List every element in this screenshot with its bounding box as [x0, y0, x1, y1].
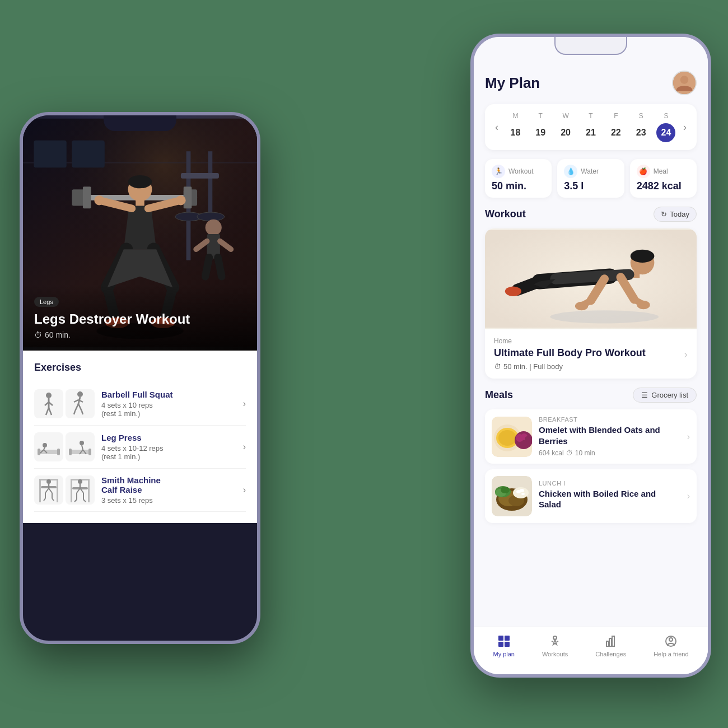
svg-rect-42	[57, 449, 60, 455]
nav-challenges[interactable]: Challenges	[595, 633, 626, 657]
svg-point-58	[46, 479, 51, 484]
svg-line-65	[52, 498, 54, 501]
stat-card-workout[interactable]: 🏃 Workout 50 min.	[485, 159, 552, 198]
legs-badge: Legs	[34, 297, 59, 307]
svg-line-30	[46, 408, 49, 415]
workout-location: Home	[494, 337, 646, 345]
challenges-icon	[603, 633, 619, 649]
help-friend-icon	[663, 633, 679, 649]
stat-card-water[interactable]: 💧 Water 3.5 l	[557, 159, 624, 198]
workout-name: Ultimate Full Body Pro Workout	[494, 347, 646, 359]
nav-my-plan[interactable]: My plan	[493, 633, 515, 657]
svg-line-77	[83, 500, 86, 502]
calendar-prev[interactable]: ‹	[491, 122, 503, 133]
exercise-sets: 4 sets x 10-12 reps(rest 1 min.)	[101, 444, 243, 461]
meal-meta-breakfast: 604 kcal ⏱ 10 min	[539, 449, 680, 457]
svg-point-43	[43, 443, 47, 447]
meal-arrow[interactable]: ›	[687, 491, 690, 501]
exercise-info: Smith MachineCalf Raise 3 sets x 15 reps	[101, 475, 243, 505]
phone-left: Legs Legs Destroyer Workout ⏱ 60 min. Ex…	[20, 112, 260, 644]
plan-header: My Plan	[485, 65, 697, 95]
svg-rect-111	[505, 642, 510, 647]
meals-section-title: Meals	[485, 389, 513, 401]
svg-point-104	[513, 487, 529, 498]
svg-rect-108	[498, 636, 503, 641]
svg-rect-110	[498, 642, 503, 647]
meal-arrow[interactable]: ›	[687, 432, 690, 442]
nav-help-friend[interactable]: Help a friend	[654, 633, 688, 657]
exercise-arrow[interactable]: ›	[243, 399, 246, 409]
exercise-images	[34, 432, 95, 461]
svg-rect-48	[69, 449, 72, 455]
stats-row: 🏃 Workout 50 min. 💧 Water 3.5 l 🍎 Meal 2…	[485, 159, 697, 198]
stat-card-meal[interactable]: 🍎 Meal 2482 kcal	[630, 159, 697, 198]
workout-card[interactable]: Home Ultimate Full Body Pro Workout ⏱ 50…	[485, 228, 697, 379]
exercise-item[interactable]: Leg Press 4 sets x 10-12 reps(rest 1 min…	[34, 426, 246, 469]
duration-icon: ⏱	[34, 330, 42, 339]
water-icon: 💧	[564, 165, 577, 178]
svg-point-85	[575, 302, 588, 311]
phone-left-notch	[104, 115, 176, 131]
svg-rect-8	[181, 173, 219, 179]
cal-day-fri[interactable]: F 22	[606, 112, 626, 142]
meal-name-breakfast: Omelet with Blended Oats and Berries	[539, 424, 680, 446]
svg-point-17	[128, 175, 152, 188]
cal-day-mon[interactable]: M 18	[506, 112, 525, 142]
exercise-item[interactable]: Barbell Full Squat 4 sets x 10 reps(rest…	[34, 382, 246, 426]
today-button[interactable]: ↻ Today	[654, 207, 697, 222]
avatar[interactable]	[672, 71, 697, 95]
workout-meta: ⏱ 50 min. | Full body	[494, 362, 646, 371]
exercise-images	[34, 475, 95, 505]
exercise-images	[34, 389, 95, 418]
exercise-info: Leg Press 4 sets x 10-12 reps(rest 1 min…	[101, 433, 243, 461]
svg-rect-49	[88, 449, 91, 455]
workout-section-header: Workout ↻ Today	[485, 207, 697, 222]
exercise-arrow[interactable]: ›	[243, 442, 246, 452]
cal-day-thu[interactable]: T 21	[581, 112, 600, 142]
svg-point-23	[206, 220, 222, 236]
meal-info-breakfast: Breakfast Omelet with Blended Oats and B…	[539, 416, 680, 457]
exercise-img-stand	[34, 389, 63, 418]
svg-point-86	[637, 301, 650, 310]
cal-day-tue[interactable]: T 19	[531, 112, 550, 142]
exercise-item[interactable]: Smith MachineCalf Raise 3 sets x 15 reps…	[34, 469, 246, 512]
cal-day-wed[interactable]: W 20	[556, 112, 575, 142]
meal-image-omelet	[492, 417, 532, 457]
nav-challenges-label: Challenges	[595, 651, 626, 657]
stat-value-workout: 50 min.	[492, 180, 545, 192]
workout-section-title: Workout	[485, 208, 526, 220]
calendar-next[interactable]: ›	[679, 122, 691, 133]
svg-point-10	[197, 212, 225, 221]
exercise-arrow[interactable]: ›	[243, 485, 246, 495]
hero-image: Legs Legs Destroyer Workout ⏱ 60 min.	[23, 115, 257, 351]
calendar: ‹ M 18 T 19 W 20 T	[485, 104, 697, 150]
exercise-name: Smith MachineCalf Raise	[101, 475, 243, 494]
meal-card-breakfast[interactable]: Breakfast Omelet with Blended Oats and B…	[485, 409, 697, 464]
svg-point-19	[94, 195, 104, 205]
nav-workouts[interactable]: Workouts	[542, 633, 568, 657]
workout-card-row: Home Ultimate Full Body Pro Workout ⏱ 50…	[494, 337, 688, 371]
svg-rect-41	[38, 449, 40, 455]
meal-type-lunch: Lunch I	[539, 480, 680, 487]
workouts-icon	[547, 633, 563, 649]
svg-rect-66	[71, 479, 72, 502]
stat-value-meal: 2482 kcal	[637, 180, 690, 192]
nav-workouts-label: Workouts	[542, 651, 568, 657]
svg-point-26	[46, 393, 52, 398]
meal-type-breakfast: Breakfast	[539, 416, 680, 423]
svg-rect-4	[34, 141, 66, 168]
workout-arrow[interactable]: ›	[684, 348, 688, 361]
svg-line-38	[74, 411, 75, 414]
exercise-sets: 3 sets x 15 reps	[101, 496, 243, 505]
grocery-list-button[interactable]: ☰ Grocery list	[633, 388, 697, 403]
workout-info: Home Ultimate Full Body Pro Workout ⏱ 50…	[485, 329, 697, 379]
calendar-days: M 18 T 19 W 20 T 21	[503, 112, 679, 142]
meal-card-lunch[interactable]: Lunch I Chicken with Boiled Rice and Sal…	[485, 469, 697, 523]
svg-line-51	[82, 445, 83, 450]
exercise-sets: 4 sets x 10 reps(rest 1 min.)	[101, 401, 243, 418]
exercise-img-smith1	[34, 475, 63, 505]
svg-rect-5	[72, 141, 104, 168]
cal-day-sat[interactable]: S 23	[632, 112, 651, 142]
svg-point-106	[520, 489, 524, 492]
cal-day-sun[interactable]: S 24	[656, 112, 675, 142]
